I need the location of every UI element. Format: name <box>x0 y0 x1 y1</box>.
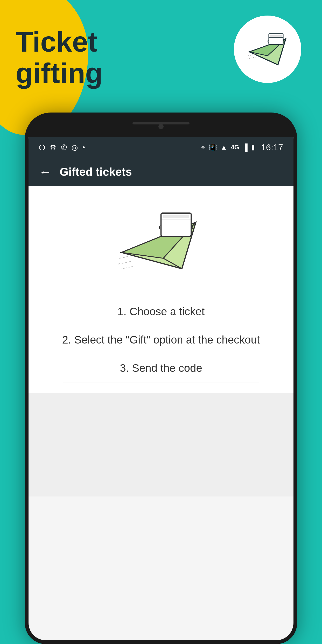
step-3-text: 3. Send the code <box>120 362 202 374</box>
back-button[interactable]: ← <box>39 164 52 179</box>
svg-line-14 <box>118 261 132 264</box>
vibrate-icon: 📳 <box>209 143 217 151</box>
status-bar: ⬡ ⚙ ✆ ◎ • ⌖ 📳 ▲ 4G ▐ ▮ 16:17 <box>29 137 293 158</box>
content-area: 1. Choose a ticket 2. Select the "Gift" … <box>29 186 293 393</box>
svg-line-5 <box>248 54 255 56</box>
logo-icon <box>242 23 293 75</box>
status-left-icons: ⬡ ⚙ ✆ ◎ • <box>39 143 85 152</box>
phone-inner: ⬡ ⚙ ✆ ◎ • ⌖ 📳 ▲ 4G ▐ ▮ 16:17 ← <box>29 116 293 640</box>
svg-line-6 <box>247 57 256 59</box>
svg-rect-4 <box>270 35 282 37</box>
camera <box>158 124 164 129</box>
step-1-text: 1. Choose a ticket <box>117 305 205 318</box>
status-time: 16:17 <box>261 142 283 152</box>
svg-line-15 <box>120 266 133 269</box>
app-bar: ← Gifted tickets <box>29 158 293 186</box>
battery-icon: ▮ <box>251 143 255 151</box>
hero-title: Ticket gifting <box>16 26 103 89</box>
gray-bottom-section <box>29 393 293 496</box>
phone-screen: ⬡ ⚙ ✆ ◎ • ⌖ 📳 ▲ 4G ▐ ▮ 16:17 ← <box>29 137 293 640</box>
step-1: 1. Choose a ticket <box>39 298 283 326</box>
step-2: 2. Select the "Gift" option at the check… <box>39 326 283 354</box>
svg-line-13 <box>119 256 131 258</box>
hero-title-line1: Ticket <box>16 26 97 58</box>
call-icon: ✆ <box>61 143 67 152</box>
hero-title-line2: gifting <box>16 57 103 89</box>
dot-icon: • <box>82 143 85 151</box>
hero-text-block: Ticket gifting <box>16 26 103 89</box>
phone-frame: ⬡ ⚙ ✆ ◎ • ⌖ 📳 ▲ 4G ▐ ▮ 16:17 ← <box>25 113 297 644</box>
divider-3 <box>63 382 259 382</box>
logo-circle <box>234 16 301 83</box>
illustration-container <box>112 202 210 285</box>
wifi-signal-icon: ▲ <box>221 143 227 151</box>
location-icon: ⌖ <box>201 143 205 151</box>
app-bar-title: Gifted tickets <box>60 165 132 178</box>
step-2-text: 2. Select the "Gift" option at the check… <box>62 334 260 346</box>
signal-icon: ▐ <box>243 143 247 151</box>
wifi-icon: ⬡ <box>39 143 45 152</box>
ticket-gifting-illustration <box>117 207 205 279</box>
4g-label: 4G <box>231 144 239 151</box>
step-3: 3. Send the code <box>39 354 283 382</box>
settings-icon: ⚙ <box>50 143 56 152</box>
svg-rect-12 <box>163 215 189 218</box>
status-right-icons: ⌖ 📳 ▲ 4G ▐ ▮ 16:17 <box>201 142 283 152</box>
whatsapp-icon: ◎ <box>72 143 78 152</box>
